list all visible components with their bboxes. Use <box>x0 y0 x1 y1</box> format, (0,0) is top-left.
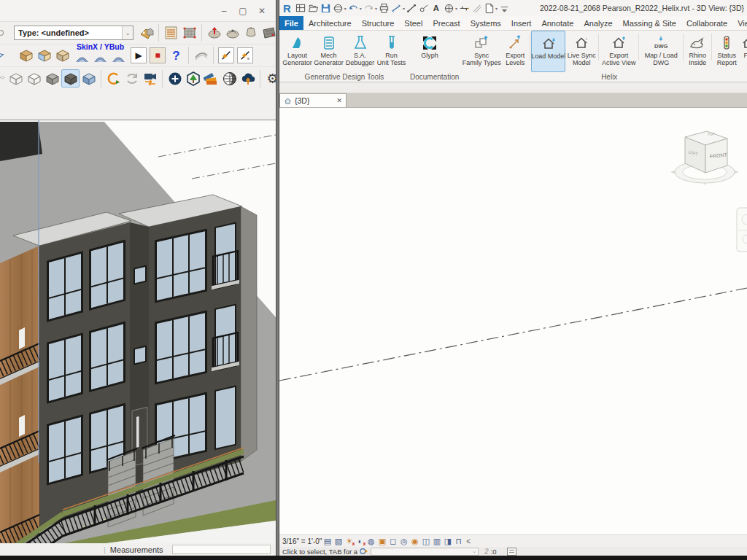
run-unit-tests-button[interactable]: Run Unit Tests <box>376 31 407 72</box>
position-texture-icon[interactable] <box>180 24 198 42</box>
editable-only-icon[interactable]: 2 <box>484 548 489 556</box>
entourage-tree-icon[interactable] <box>184 69 202 88</box>
sa-debugger-button[interactable]: S.A. Debugger <box>344 31 376 72</box>
tab-precast[interactable]: Precast <box>427 16 465 30</box>
tab-structure[interactable]: Structure <box>357 16 400 30</box>
intersect-lines-icon[interactable] <box>218 47 234 63</box>
tab-architecture[interactable]: Architecture <box>303 16 357 30</box>
intersect-lines-s-icon[interactable]: s <box>237 47 253 63</box>
skinx-shell-icon-2[interactable] <box>91 50 109 69</box>
close-view-icon[interactable]: ✕ <box>336 97 342 104</box>
print-icon[interactable] <box>379 3 390 14</box>
aligned-dimension-icon[interactable] <box>406 3 417 14</box>
selection-filter-icon[interactable] <box>507 548 516 556</box>
view-scale[interactable]: 3/16" = 1'-0" <box>282 537 322 545</box>
tab-file[interactable]: File <box>279 16 303 30</box>
load-model-button[interactable]: Load Model <box>531 31 565 72</box>
map-load-dwg-button[interactable]: DWG Map / Load DWG <box>640 31 682 72</box>
temporary-view-properties-icon[interactable]: ▥ <box>431 536 442 547</box>
revit-drawing-area[interactable]: TOP LEFT FRONT <box>279 108 747 534</box>
home-3d-icon[interactable]: ▾ <box>333 3 347 14</box>
view-tab-3d[interactable]: {3D} ✕ <box>279 93 347 107</box>
sync-family-types-button[interactable]: Sync Family Types <box>462 31 501 72</box>
rhino-inside-button[interactable]: Rhino Inside <box>684 31 711 72</box>
reveal-hidden-icon[interactable]: ◉ <box>409 536 420 547</box>
hidden-line-style-icon[interactable] <box>25 69 43 88</box>
tab-systems[interactable]: Systems <box>465 16 506 30</box>
mech-generator-button[interactable]: Mech Generator <box>313 31 344 72</box>
tab-steel[interactable]: Steel <box>399 16 427 30</box>
camera-sync-icon[interactable] <box>141 69 159 88</box>
save-icon[interactable] <box>320 3 331 14</box>
export-levels-button[interactable]: Export Levels <box>501 31 529 72</box>
export-active-view-button[interactable]: Export Active View <box>600 31 638 72</box>
shadows-icon[interactable]: ◐x <box>355 536 365 547</box>
wireframe-style-icon[interactable] <box>7 69 25 88</box>
tab-annotate[interactable]: Annotate <box>536 16 578 30</box>
close-button[interactable]: ✕ <box>252 4 271 18</box>
text-icon[interactable]: A <box>431 3 442 14</box>
tab-analyze[interactable]: Analyze <box>578 16 617 30</box>
sheet-icon[interactable]: ▾ <box>484 3 498 14</box>
thin-lines-icon[interactable] <box>471 3 482 14</box>
rendering-icon[interactable]: ◍ <box>365 536 376 547</box>
qat-customize-icon[interactable] <box>499 3 510 14</box>
clipped-ribbon-button[interactable]: For <box>740 31 747 72</box>
monochrome-style-icon[interactable] <box>80 69 98 88</box>
redo-icon[interactable]: ▾ <box>363 3 377 14</box>
undo-icon[interactable]: ▾ <box>348 3 362 14</box>
fredo-box-icon-3[interactable] <box>53 47 71 65</box>
sun-path-icon[interactable]: ☀x <box>344 536 355 547</box>
textured-style-icon[interactable] <box>61 69 80 88</box>
status-report-button[interactable]: Status Report <box>713 31 740 72</box>
measure-icon[interactable]: ▾ <box>391 3 405 14</box>
help-button[interactable]: ? <box>167 47 185 65</box>
glyph-button[interactable]: Glyph <box>410 31 449 72</box>
sandbox-smoove-icon[interactable] <box>223 24 241 42</box>
tab-collaborate[interactable]: Collaborate <box>681 16 732 30</box>
maximize-button[interactable]: ▢ <box>233 4 252 18</box>
open-icon[interactable] <box>308 3 319 14</box>
measurements-input[interactable] <box>172 545 271 554</box>
temporary-hide-icon[interactable]: ◎ <box>398 536 409 547</box>
default-3d-view-icon[interactable]: ▾ <box>444 3 457 14</box>
collapse-bar-icon[interactable]: < <box>466 537 471 545</box>
fredo-box-icon-2[interactable] <box>35 47 53 65</box>
add-location-icon[interactable] <box>166 69 184 88</box>
minimize-button[interactable]: – <box>214 4 233 18</box>
photo-texture-icon[interactable] <box>162 24 180 42</box>
visual-style-icon[interactable]: ▧ <box>333 536 344 547</box>
skinx-shell-icon-3[interactable] <box>109 50 128 69</box>
stop-button[interactable]: ■ <box>150 47 166 63</box>
play-button[interactable]: ▶ <box>131 47 147 63</box>
sketchup-3d-viewport[interactable] <box>0 120 276 543</box>
crop-region-icon[interactable]: ◻ <box>387 536 398 547</box>
sync-icon[interactable] <box>123 69 141 88</box>
worksharing-display-icon[interactable]: ◫ <box>420 536 431 547</box>
materials-fan-icon[interactable] <box>202 69 220 88</box>
enscape-icon[interactable] <box>104 69 123 88</box>
chevron-down-icon[interactable]: ⌄ <box>122 26 133 39</box>
section-icon[interactable] <box>459 3 470 14</box>
active-workset-dropdown[interactable]: ⌄ <box>371 548 479 556</box>
shaded-style-icon[interactable] <box>43 69 61 88</box>
tab-insert[interactable]: Insert <box>506 16 537 30</box>
viewcube-top-label[interactable]: TOP <box>708 131 716 136</box>
layout-generator-button[interactable]: Layout Generator <box>282 31 313 72</box>
classifier-tag-icon[interactable] <box>137 24 155 42</box>
analytical-model-icon[interactable]: ◨ <box>442 536 453 547</box>
tab-view[interactable]: View <box>732 16 747 30</box>
skinx-shell-icon-1[interactable] <box>73 50 91 69</box>
horizontal-scrollbar[interactable] <box>474 537 746 546</box>
tab-massing-site[interactable]: Massing & Site <box>618 16 681 30</box>
curve-tool-icon[interactable] <box>192 47 210 65</box>
tag-icon[interactable] <box>419 3 430 14</box>
type-dropdown[interactable]: Type: <undefined> ⌄ <box>14 26 133 40</box>
fredo-box-icon-1[interactable] <box>17 47 35 65</box>
detail-level-icon[interactable]: ▤ <box>322 536 333 547</box>
live-sync-model-button[interactable]: Live Sync Model <box>565 31 597 72</box>
revit-app-button[interactable]: R <box>283 3 291 14</box>
constraints-icon[interactable]: ⊓ <box>453 536 464 547</box>
cloud-upload-icon[interactable] <box>239 69 257 88</box>
sandbox-from-contours-icon[interactable] <box>205 24 223 42</box>
